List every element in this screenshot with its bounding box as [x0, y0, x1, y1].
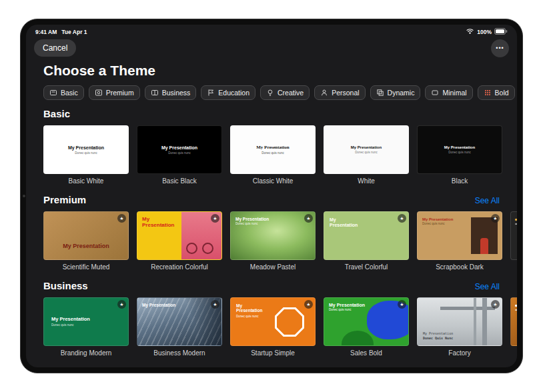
camera-icon	[23, 195, 25, 197]
theme-label: Sales Bold	[324, 349, 409, 357]
theme-card-sales-bold[interactable]: My Presentation Donec quis nunc ★ Sales …	[324, 297, 409, 357]
theme-card-startup-simple[interactable]: My Presentation Donec quis nunc ★ Startu…	[230, 297, 316, 357]
theme-label: Basic Black	[137, 177, 222, 185]
decor	[515, 305, 517, 307]
category-label: Basic	[61, 89, 78, 97]
preview-title: My Presentation	[68, 145, 104, 150]
theme-preview: My Presentation Donec quis nunc	[324, 125, 409, 174]
decor	[482, 298, 487, 345]
preview-title: My Presentation	[444, 145, 475, 149]
creative-category-icon	[266, 89, 274, 97]
page-title: Choose a Theme	[43, 63, 517, 79]
section-basic: Basic My Presentation Donec quis nunc Ba…	[26, 108, 517, 185]
category-label: Personal	[332, 89, 359, 97]
preview-title: My Presentation	[51, 317, 99, 323]
theme-preview: My Presentation Donec quis nunc	[417, 125, 502, 174]
personal-category-icon	[320, 89, 328, 97]
decor	[342, 331, 374, 346]
preview-subtitle: Donec quis nunc	[168, 151, 191, 155]
decor	[515, 223, 517, 225]
theme-card-factory[interactable]: My Presentation Donec quis nunc ★ Factor…	[417, 297, 502, 357]
preview-subtitle: Donec quis nunc	[448, 151, 471, 154]
theme-preview: My Presentation Donec quis nunc	[230, 125, 316, 174]
category-chip-basic[interactable]: Basic	[43, 85, 84, 100]
category-label: Premium	[106, 89, 134, 97]
ipad-frame: 9:41 AM Tue Apr 1 100%	[20, 19, 523, 373]
preview-subtitle: Donec quis nunc	[235, 222, 269, 225]
theme-row-business: My Presentation Donec quis nunc ★ Brandi…	[43, 297, 517, 357]
theme-card-business-modern[interactable]: My Presentation ★ Business Modern	[137, 297, 222, 357]
theme-label: Branding Modern	[43, 349, 129, 357]
category-chip-education[interactable]: Education	[201, 85, 255, 100]
star-badge-icon: ★	[398, 214, 406, 223]
theme-preview: My Presentation ★	[324, 211, 409, 260]
theme-label: Scientific Muted	[43, 263, 129, 271]
theme-card-meadow-pastel[interactable]: My Presentation Donec quis nunc ★ Meadow…	[230, 211, 316, 271]
basic-category-icon	[49, 89, 57, 97]
star-badge-icon: ★	[304, 214, 313, 223]
theme-card-travel-colorful[interactable]: My Presentation ★ Travel Colorful	[324, 211, 409, 271]
see-all-premium-link[interactable]: See All	[475, 196, 500, 205]
theme-card-branding-modern[interactable]: My Presentation Donec quis nunc ★ Brandi…	[43, 297, 129, 357]
preview-subtitle: Donec quis nunc	[51, 323, 128, 327]
octagon-decor	[275, 307, 304, 337]
section-title: Basic	[43, 108, 70, 119]
decor	[474, 298, 476, 345]
category-chip-personal[interactable]: Personal	[314, 85, 365, 100]
theme-row-basic: My Presentation Donec quis nunc Basic Wh…	[43, 125, 517, 185]
more-button[interactable]: •••	[491, 39, 509, 57]
theme-label: Business Modern	[137, 349, 222, 357]
preview-title: My Presentation	[142, 217, 181, 229]
theme-card-partial[interactable]	[510, 211, 517, 271]
theme-card-classic-white[interactable]: My Presentation Donec quis nunc Classic …	[230, 125, 316, 185]
theme-label: Meadow Pastel	[230, 263, 316, 271]
preview-title: My Presentation	[236, 303, 268, 313]
star-badge-icon: ★	[211, 300, 219, 309]
see-all-business-link[interactable]: See All	[475, 282, 500, 291]
theme-label: Travel Colorful	[324, 263, 409, 271]
category-chip-business[interactable]: Business	[145, 85, 197, 100]
preview-title: My Presentation	[329, 303, 365, 307]
preview-subtitle: Donec quis nunc	[422, 222, 461, 225]
category-chip-bold[interactable]: Bold	[478, 85, 515, 100]
preview-title: My Presentation	[330, 217, 364, 228]
decor	[480, 238, 488, 254]
theme-card-basic-black[interactable]: My Presentation Donec quis nunc Basic Bl…	[137, 125, 222, 185]
category-chip-minimal[interactable]: Minimal	[425, 85, 472, 100]
wifi-icon	[466, 28, 474, 36]
section-title: Business	[43, 280, 88, 291]
theme-card-black[interactable]: My Presentation Donec quis nunc Black	[417, 125, 502, 185]
theme-preview: My Presentation Donec quis nunc ★	[230, 297, 316, 346]
preview-title: My Presentation	[423, 331, 458, 336]
category-chip-premium[interactable]: Premium	[89, 85, 140, 100]
cancel-button[interactable]: Cancel	[34, 39, 76, 57]
theme-preview: My Presentation Donec quis nunc	[137, 125, 222, 174]
theme-card-white[interactable]: My Presentation Donec quis nunc White	[324, 125, 409, 185]
toolbar: Cancel •••	[26, 39, 517, 57]
theme-card-basic-white[interactable]: My Presentation Donec quis nunc Basic Wh…	[43, 125, 129, 185]
category-chip-creative[interactable]: Creative	[260, 85, 310, 100]
theme-card-recreation-colorful[interactable]: My Presentation ★ Recreation Colorful	[137, 211, 222, 271]
status-date: Tue Apr 1	[61, 29, 87, 35]
star-badge-icon: ★	[491, 214, 500, 223]
business-category-icon	[151, 89, 159, 97]
category-chip-dynamic[interactable]: Dynamic	[370, 85, 421, 100]
premium-category-icon	[95, 89, 103, 97]
preview-subtitle: Donec quis nunc	[329, 308, 365, 311]
theme-card-scrapbook-dark[interactable]: My Presentation Donec quis nunc ★ Scrapb…	[417, 211, 502, 271]
category-label: Dynamic	[388, 89, 415, 97]
star-badge-icon: ★	[211, 214, 219, 223]
theme-chooser-screen: 9:41 AM Tue Apr 1 100%	[26, 25, 517, 367]
preview-title: My Presentation	[63, 243, 109, 249]
section-business: Business See All My Presentation Donec q…	[26, 280, 517, 357]
theme-card-scientific-muted[interactable]: My Presentation ★ Scientific Muted	[43, 211, 129, 271]
theme-preview: My Presentation Donec quis nunc ★	[417, 211, 502, 260]
preview-subtitle: Donec quis nunc	[75, 151, 97, 155]
preview-subtitle: Donec quis nunc	[355, 151, 378, 154]
dynamic-category-icon	[376, 89, 384, 97]
theme-card-partial[interactable]	[510, 297, 517, 357]
preview-title: My Presentation	[142, 303, 175, 307]
bold-category-icon	[484, 89, 492, 97]
photo-decor	[471, 217, 498, 254]
decor	[515, 219, 517, 221]
